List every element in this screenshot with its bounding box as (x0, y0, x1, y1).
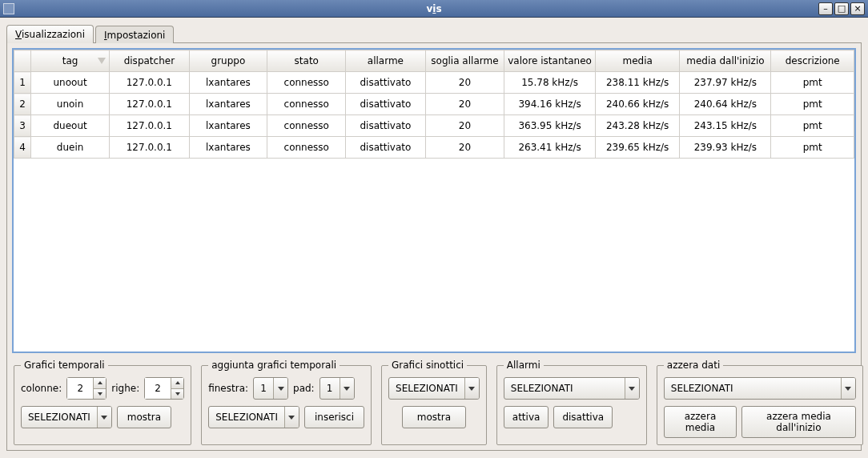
cell-gruppo: lxantares (189, 94, 267, 115)
cell-stato: connesso (267, 94, 346, 115)
cell-tag: unoin (30, 94, 109, 115)
chevron-down-icon[interactable] (625, 378, 639, 399)
tab-panel-visualizzazioni: tag dispatcher gruppo stato allarme sogl… (6, 42, 862, 451)
chevron-down-icon[interactable] (273, 378, 287, 399)
window-system-icon[interactable] (3, 3, 14, 14)
panel-legend: azzera dati (664, 360, 723, 371)
data-table: tag dispatcher gruppo stato allarme sogl… (14, 50, 854, 159)
finestra-combo[interactable]: 1 (253, 377, 288, 400)
cell-stato: connesso (267, 115, 346, 137)
cell-media: 243.28 kHz/s (595, 115, 679, 137)
col-media[interactable]: media (595, 50, 679, 72)
maximize-button[interactable]: □ (834, 2, 849, 15)
cell-media: 238.11 kHz/s (595, 72, 679, 94)
chevron-down-icon[interactable] (464, 378, 479, 399)
chevron-down-icon[interactable] (284, 407, 299, 428)
col-soglia[interactable]: soglia allarme (425, 50, 504, 72)
row-number[interactable]: 1 (14, 72, 31, 94)
colonne-input[interactable] (67, 378, 93, 399)
cell-descrizione: pmt (771, 72, 854, 94)
colonne-spinner[interactable] (66, 377, 106, 400)
data-table-wrap: tag dispatcher gruppo stato allarme sogl… (12, 48, 856, 353)
col-label: allarme (368, 55, 404, 66)
close-button[interactable]: × (850, 2, 865, 15)
panel-aggiunta: aggiunta grafici temporali finestra: 1 p… (201, 360, 372, 445)
panel-allarmi: Allarmi SELEZIONATI attiva disattiva (496, 360, 647, 445)
panel-legend: Grafici temporali (21, 360, 108, 371)
row-number[interactable]: 2 (14, 94, 31, 115)
righe-label: righe: (111, 383, 139, 394)
spin-up-icon[interactable] (171, 378, 183, 388)
table-row[interactable]: 1unoout127.0.0.1lxantaresconnessodisatti… (14, 72, 854, 94)
col-label: tag (62, 55, 78, 66)
col-allarme[interactable]: allarme (346, 50, 425, 72)
table-empty-area (14, 159, 854, 335)
righe-spinner[interactable] (144, 377, 184, 400)
spin-down-icon[interactable] (93, 388, 106, 400)
azzera-media-inizio-button[interactable]: azzera media dall'inizio (741, 406, 856, 438)
tab-visualizzazioni[interactable]: Visualizzazioni (6, 25, 94, 43)
col-stato[interactable]: stato (267, 50, 346, 72)
tab-impostazioni[interactable]: Impostazioni (95, 26, 174, 43)
azzera-media-button[interactable]: azzera media (664, 406, 737, 438)
cell-media-inizio: 240.64 kHz/s (680, 94, 771, 115)
combo-value: SELEZIONATI (665, 378, 841, 399)
panel-legend: Allarmi (504, 360, 544, 371)
chevron-down-icon[interactable] (841, 378, 855, 399)
cell-gruppo: lxantares (189, 72, 267, 94)
cell-media: 239.65 kHz/s (595, 137, 679, 159)
col-tag[interactable]: tag (30, 50, 109, 72)
table-row[interactable]: 3dueout127.0.0.1lxantaresconnessodisatti… (14, 115, 854, 137)
row-number[interactable]: 4 (14, 137, 31, 159)
combo-value: 1 (320, 378, 340, 399)
inserisci-button[interactable]: inserisci (304, 406, 364, 428)
grafici-sel-combo[interactable]: SELEZIONATI (21, 406, 112, 428)
spin-down-icon[interactable] (171, 388, 183, 400)
row-number[interactable]: 3 (14, 115, 31, 137)
cell-gruppo: lxantares (189, 115, 267, 137)
cell-soglia: 20 (425, 72, 504, 94)
header-corner (14, 50, 31, 72)
chevron-down-icon[interactable] (97, 407, 111, 428)
col-label: soglia allarme (431, 55, 498, 66)
panel-legend: Grafici sinottici (388, 360, 467, 371)
titlebar: vis – □ × (0, 0, 868, 18)
aggiunta-sel-combo[interactable]: SELEZIONATI (208, 406, 299, 428)
col-label: stato (295, 55, 319, 66)
colonne-label: colonne: (21, 383, 62, 394)
table-row[interactable]: 2unoin127.0.0.1lxantaresconnessodisattiv… (14, 94, 854, 115)
finestra-label: finestra: (208, 383, 248, 394)
cell-soglia: 20 (425, 115, 504, 137)
col-dispatcher[interactable]: dispatcher (110, 50, 189, 72)
combo-value: 1 (254, 378, 273, 399)
col-label: media dall'inizio (686, 55, 764, 66)
col-label: media (622, 55, 652, 66)
table-row[interactable]: 4duein127.0.0.1lxantaresconnessodisattiv… (14, 137, 854, 159)
col-media-inizio[interactable]: media dall'inizio (680, 50, 771, 72)
cell-descrizione: pmt (771, 137, 854, 159)
window-title: vis (0, 3, 868, 14)
cell-tag: duein (30, 137, 109, 159)
pad-label: pad: (293, 383, 315, 394)
sinottici-mostra-button[interactable]: mostra (402, 406, 466, 428)
col-gruppo[interactable]: gruppo (189, 50, 267, 72)
cell-stato: connesso (267, 72, 346, 94)
cell-stato: connesso (267, 137, 346, 159)
col-valore[interactable]: valore istantaneo (504, 50, 596, 72)
disattiva-button[interactable]: disattiva (553, 406, 613, 428)
cell-media-inizio: 239.93 kHz/s (680, 137, 771, 159)
righe-input[interactable] (145, 378, 171, 399)
mostra-button[interactable]: mostra (117, 406, 171, 428)
allarmi-sel-combo[interactable]: SELEZIONATI (504, 377, 640, 400)
sinottici-sel-combo[interactable]: SELEZIONATI (388, 377, 480, 400)
combo-value: SELEZIONATI (209, 407, 284, 428)
col-descrizione[interactable]: descrizione (771, 50, 854, 72)
table-header-row: tag dispatcher gruppo stato allarme sogl… (14, 50, 854, 72)
spin-up-icon[interactable] (93, 378, 106, 388)
cell-valore: 363.95 kHz/s (504, 115, 596, 137)
minimize-button[interactable]: – (818, 2, 833, 15)
azzera-sel-combo[interactable]: SELEZIONATI (664, 377, 856, 400)
attiva-button[interactable]: attiva (504, 406, 549, 428)
pad-combo[interactable]: 1 (319, 377, 355, 400)
chevron-down-icon[interactable] (340, 378, 354, 399)
